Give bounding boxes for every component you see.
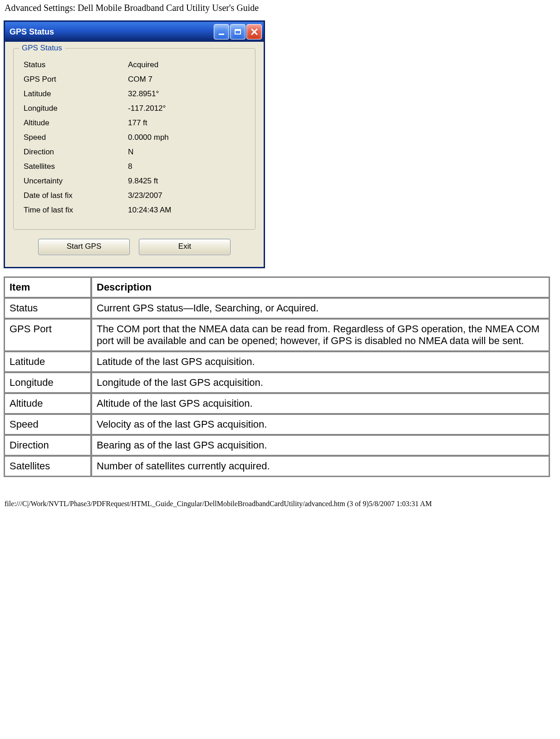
time-of-last-fix-label: Time of last fix (24, 206, 128, 215)
date-of-last-fix-value: 3/23/2007 (128, 191, 162, 200)
window-client-area: GPS Status Status Acquired GPS Port COM … (5, 42, 264, 267)
direction-row: Direction N (24, 148, 249, 157)
window-title: GPS Status (10, 27, 214, 37)
longitude-label: Longitude (24, 104, 128, 113)
item-cell: Satellites (5, 456, 91, 476)
table-row: GPS Port The COM port that the NMEA data… (5, 319, 549, 351)
close-button[interactable] (246, 24, 262, 39)
direction-value: N (128, 148, 133, 157)
description-table: Item Description Status Current GPS stat… (4, 276, 550, 477)
speed-row: Speed 0.0000 mph (24, 133, 249, 142)
speed-label: Speed (24, 133, 128, 142)
desc-cell: The COM port that the NMEA data can be r… (92, 319, 549, 351)
page-footer: file:///C|/Work/NVTL/Phase3/PDFRequest/H… (0, 482, 560, 512)
status-row: Status Acquired (24, 60, 249, 69)
date-of-last-fix-label: Date of last fix (24, 191, 128, 200)
table-row: Satellites Number of satellites currentl… (5, 456, 549, 476)
titlebar-buttons (214, 24, 262, 39)
table-row: Latitude Latitude of the last GPS acquis… (5, 352, 549, 372)
desc-cell: Number of satellites currently acquired. (92, 456, 549, 476)
item-cell: Status (5, 298, 91, 318)
maximize-icon (235, 29, 241, 34)
start-gps-button[interactable]: Start GPS (38, 239, 130, 255)
uncertainty-value: 9.8425 ft (128, 177, 158, 186)
item-cell: Latitude (5, 352, 91, 372)
longitude-value: -117.2012° (128, 104, 166, 113)
desc-cell: Longitude of the last GPS acquisition. (92, 373, 549, 393)
altitude-label: Altitude (24, 118, 128, 128)
time-of-last-fix-row: Time of last fix 10:24:43 AM (24, 206, 249, 215)
altitude-value: 177 ft (128, 118, 147, 128)
page-header: Advanced Settings: Dell Mobile Broadband… (0, 0, 560, 16)
speed-value: 0.0000 mph (128, 133, 169, 142)
time-of-last-fix-value: 10:24:43 AM (128, 206, 171, 215)
groupbox-legend: GPS Status (19, 44, 65, 53)
exit-button[interactable]: Exit (139, 239, 231, 255)
item-cell: Longitude (5, 373, 91, 393)
table-row: Longitude Longitude of the last GPS acqu… (5, 373, 549, 393)
satellites-value: 8 (128, 162, 132, 171)
gps-port-row: GPS Port COM 7 (24, 75, 249, 84)
minimize-button[interactable] (214, 24, 229, 39)
status-value: Acquired (128, 60, 158, 69)
desc-cell: Altitude of the last GPS acquisition. (92, 394, 549, 414)
dialog-buttons: Start GPS Exit (13, 239, 255, 257)
item-cell: Altitude (5, 394, 91, 414)
desc-cell: Latitude of the last GPS acquisition. (92, 352, 549, 372)
item-cell: Direction (5, 435, 91, 455)
table-header-row: Item Description (5, 277, 549, 297)
gps-status-groupbox: GPS Status Status Acquired GPS Port COM … (13, 48, 255, 230)
maximize-button[interactable] (230, 24, 246, 39)
desc-cell: Bearing as of the last GPS acquisition. (92, 435, 549, 455)
gps-status-window: GPS Status GPS Status Status Acquired GP… (4, 20, 265, 268)
gps-port-label: GPS Port (24, 75, 128, 84)
date-of-last-fix-row: Date of last fix 3/23/2007 (24, 191, 249, 200)
close-icon (251, 28, 258, 35)
uncertainty-label: Uncertainty (24, 177, 128, 186)
altitude-row: Altitude 177 ft (24, 118, 249, 128)
desc-cell: Velocity as of the last GPS acquisition. (92, 414, 549, 434)
table-row: Speed Velocity as of the last GPS acquis… (5, 414, 549, 434)
item-cell: Speed (5, 414, 91, 434)
item-cell: GPS Port (5, 319, 91, 351)
latitude-value: 32.8951° (128, 89, 159, 99)
satellites-label: Satellites (24, 162, 128, 171)
window-titlebar: GPS Status (5, 22, 264, 42)
desc-cell: Current GPS status—Idle, Searching, or A… (92, 298, 549, 318)
status-label: Status (24, 60, 128, 69)
latitude-label: Latitude (24, 89, 128, 99)
table-row: Status Current GPS status—Idle, Searchin… (5, 298, 549, 318)
gps-port-value: COM 7 (128, 75, 152, 84)
minimize-icon (219, 34, 224, 35)
uncertainty-row: Uncertainty 9.8425 ft (24, 177, 249, 186)
table-row: Direction Bearing as of the last GPS acq… (5, 435, 549, 455)
table-row: Altitude Altitude of the last GPS acquis… (5, 394, 549, 414)
latitude-row: Latitude 32.8951° (24, 89, 249, 99)
direction-label: Direction (24, 148, 128, 157)
description-table-wrap: Item Description Status Current GPS stat… (4, 276, 556, 477)
header-item: Item (5, 277, 91, 297)
longitude-row: Longitude -117.2012° (24, 104, 249, 113)
satellites-row: Satellites 8 (24, 162, 249, 171)
header-description: Description (92, 277, 549, 297)
